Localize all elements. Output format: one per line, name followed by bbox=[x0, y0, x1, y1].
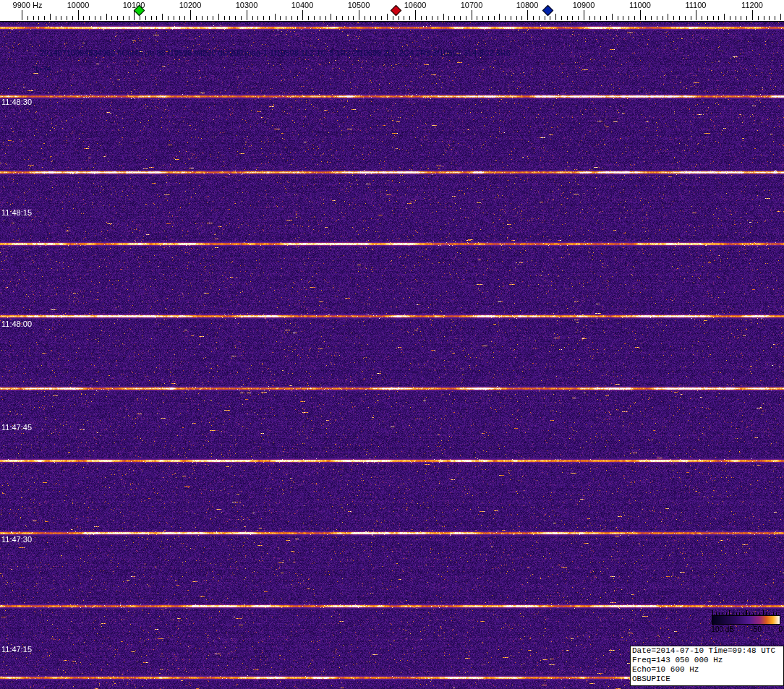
info-box: Date=2014-07-10 Time=09:48 UTCFreq=143 0… bbox=[630, 646, 784, 686]
colorbar: -100 dB-500 bbox=[712, 615, 780, 625]
frequency-ruler[interactable]: 9900 Hz100001010010200103001040010500106… bbox=[0, 0, 784, 22]
frequency-label: 10800 bbox=[516, 1, 539, 9]
info-line: Echo=10 600 Hz bbox=[632, 665, 782, 675]
detection-annotation: 20140710094834960 hCnt45 nb-88 f10598 hi… bbox=[40, 48, 511, 57]
frequency-label: 11100 bbox=[686, 1, 707, 9]
spectrogram-canvas[interactable] bbox=[0, 22, 784, 689]
frequency-label: 10300 bbox=[236, 1, 258, 9]
frequency-label: 10400 bbox=[291, 1, 314, 9]
frequency-label: 11200 bbox=[741, 1, 763, 9]
frequency-label: 10700 bbox=[461, 1, 483, 9]
frequency-label: 9900 Hz bbox=[13, 1, 43, 9]
colorbar-label: -50 bbox=[751, 625, 762, 633]
colorbar-gradient bbox=[712, 616, 780, 624]
colorbar-ticks bbox=[712, 610, 780, 615]
frequency-label: 10900 bbox=[573, 1, 595, 9]
info-line: Freq=143 050 000 Hz bbox=[632, 656, 782, 665]
colorbar-label: 0 bbox=[778, 625, 783, 633]
frequency-label: 10200 bbox=[179, 1, 202, 9]
colorbar-labels: -100 dB-500 bbox=[709, 625, 783, 633]
frequency-label: 10600 bbox=[404, 1, 427, 9]
frequency-label: 10000 bbox=[67, 1, 90, 9]
frequency-label: 10500 bbox=[348, 1, 370, 9]
info-line: OBSUPICE bbox=[632, 675, 782, 684]
frequency-label: 11000 bbox=[629, 1, 651, 9]
cursor-annotation: ^t+34 bbox=[32, 64, 51, 73]
colorbar-label: -100 dB bbox=[709, 625, 734, 633]
info-line: Date=2014-07-10 Time=09:48 UTC bbox=[632, 646, 782, 656]
spectrogram-app: 9900 Hz100001010010200103001040010500106… bbox=[0, 0, 784, 689]
